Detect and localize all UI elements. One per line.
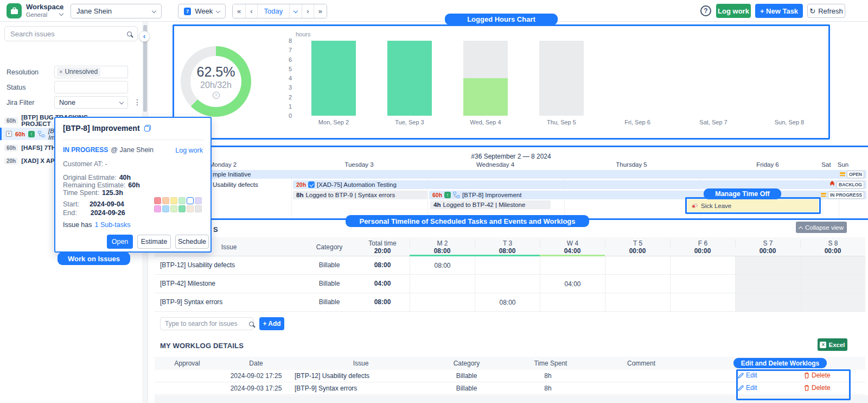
edit-worklog-button[interactable]: Edit <box>738 384 757 392</box>
summary-day-cell[interactable] <box>475 256 540 275</box>
row-date: 2024-09-02 17:25 <box>218 372 294 380</box>
timeline-bar-btp8[interactable]: 60h ↑ [BTP-8] Improvement IN PROGRESS <box>429 191 866 199</box>
summary-day-cell[interactable] <box>735 275 800 293</box>
nav-prev-button[interactable]: ‹ <box>245 4 257 18</box>
timeline-bar-xad75[interactable]: 20h [XAD-75] Automation Testing BACKLOG <box>293 180 866 189</box>
color-swatch[interactable] <box>162 197 169 204</box>
summary-day-cell[interactable]: 04:00 <box>540 275 605 293</box>
sick-leave-bar[interactable]: Sick Leave <box>687 199 819 212</box>
summary-day-cell[interactable] <box>540 256 605 275</box>
summary-day-cell[interactable] <box>410 275 475 293</box>
workspace-title: Workspace <box>26 3 63 11</box>
donut-percent: 62.5% <box>197 64 235 80</box>
summary-day-cell[interactable]: 08:00 <box>410 256 475 275</box>
summary-day-cell[interactable] <box>410 293 475 312</box>
nav-last-button[interactable]: » <box>314 4 327 18</box>
summary-day-cell[interactable] <box>800 256 865 275</box>
field-value: 40h <box>119 174 131 181</box>
summary-day-cell[interactable] <box>605 275 670 293</box>
summary-day-cell[interactable] <box>540 293 605 312</box>
summary-day-cell[interactable] <box>670 293 735 312</box>
edit-label: Edit <box>746 384 757 392</box>
collapse-view-button[interactable]: Collapse view <box>796 222 847 233</box>
day-header-sunday: Sun <box>834 161 852 168</box>
logged-underline-teal <box>410 255 540 256</box>
refresh-icon: ↻ <box>809 7 815 15</box>
summary-day-cell[interactable] <box>800 275 865 293</box>
summary-day-cell[interactable] <box>735 256 800 275</box>
color-swatch[interactable] <box>187 197 194 204</box>
summary-day-cell[interactable] <box>605 256 670 275</box>
summary-day-cell[interactable] <box>475 275 540 293</box>
jira-filter-select[interactable]: None <box>54 96 128 109</box>
timeline-bar-initiative[interactable]: OPEN <box>155 170 866 179</box>
nav-first-button[interactable]: « <box>233 4 245 18</box>
refresh-button[interactable]: ↻ Refresh <box>807 4 845 18</box>
today-dropdown-button[interactable] <box>289 4 302 18</box>
color-swatch[interactable] <box>162 205 169 212</box>
user-select[interactable]: Jane Shein <box>71 4 162 18</box>
status-filter[interactable] <box>54 81 128 93</box>
open-button[interactable]: Open <box>107 235 133 249</box>
summary-day-cell[interactable] <box>605 293 670 312</box>
bar-label: [XAD-75] Automation Testing <box>317 181 397 188</box>
color-swatch[interactable] <box>187 205 194 212</box>
today-button[interactable]: Today <box>257 4 290 18</box>
timeline-worklog-btp9[interactable]: 8h Logged to BTP-9 | Syntax errors <box>293 191 427 199</box>
schedule-button[interactable]: Schedule <box>175 235 209 249</box>
search-issues-input[interactable] <box>10 30 127 38</box>
workspace-icon[interactable] <box>7 3 22 18</box>
expand-icon[interactable]: + <box>6 131 12 137</box>
briefcase-icon <box>10 7 18 15</box>
color-swatch[interactable] <box>195 197 202 204</box>
subtask-link[interactable]: 1 Sub-tasks <box>95 221 131 229</box>
help-icon[interactable]: ? <box>213 92 220 99</box>
summary-day-cell[interactable] <box>670 256 735 275</box>
delete-worklog-button[interactable]: Delete <box>804 384 831 392</box>
issue-search-input[interactable] <box>165 320 249 328</box>
timeline-week-title: #36 September 2 — 8 2024 <box>154 153 868 160</box>
period-select[interactable]: 7 Week <box>178 4 226 18</box>
new-task-button[interactable]: + New Task <box>755 4 803 18</box>
summary-row[interactable]: [BTP-42] Milestone Billable 04:00 04:00 <box>155 275 865 293</box>
collapse-view-label: Collapse view <box>805 224 844 231</box>
remove-tag-icon[interactable]: × <box>59 68 62 75</box>
day-header-wednesday: Wednesday 4 <box>463 161 528 168</box>
color-swatch[interactable] <box>178 197 186 204</box>
subtask-tree-icon <box>38 131 45 137</box>
copy-icon[interactable] <box>144 125 151 131</box>
row-time-spent: 8h <box>510 385 586 392</box>
popup-log-work-link[interactable]: Log work <box>175 147 203 154</box>
pencil-icon <box>738 385 744 391</box>
summary-row[interactable]: [BTP-9] Syntax errors Billable 08:00 08:… <box>155 293 865 312</box>
log-work-button[interactable]: Log work <box>716 4 751 18</box>
nav-next-button[interactable]: › <box>302 4 313 18</box>
kebab-menu-icon[interactable]: ⋮ <box>133 98 141 106</box>
color-swatch[interactable] <box>154 205 161 212</box>
add-issue-button[interactable]: + Add <box>259 317 284 330</box>
excel-export-button[interactable]: X Excel <box>818 338 847 351</box>
help-icon[interactable]: ? <box>700 5 711 16</box>
color-swatch[interactable] <box>170 197 177 204</box>
color-swatch[interactable] <box>195 205 202 212</box>
delete-worklog-button[interactable]: Delete <box>804 371 831 379</box>
workspace-switcher[interactable] <box>60 6 63 15</box>
estimate-button[interactable]: Estimate <box>137 235 171 249</box>
summary-day-cell[interactable] <box>670 275 735 293</box>
color-swatch[interactable] <box>154 197 161 204</box>
resolution-tag[interactable]: ×Unresolved <box>57 67 100 77</box>
row-issue: [BTP-9] Syntax errors <box>160 298 222 306</box>
sidebar-collapse-button[interactable]: ‹ <box>139 31 150 42</box>
edit-worklog-button[interactable]: Edit <box>738 371 757 379</box>
timeline-worklog-btp42[interactable]: 4h Logged to BTP-42 | Milestone <box>430 200 551 209</box>
summary-row[interactable]: [BTP-12] Usability defects Billable 08:0… <box>155 256 865 275</box>
summary-day-cell[interactable]: 08:00 <box>475 293 540 312</box>
personal-timeline-annotation: Personal Timeline of Scheduled Tasks and… <box>346 215 589 227</box>
summary-day-cell[interactable] <box>800 293 865 312</box>
priority-up-icon: ↑ <box>444 192 451 198</box>
color-swatch[interactable] <box>170 205 177 212</box>
popup-status[interactable]: IN PROGRESS <box>63 146 108 154</box>
summary-day-cell[interactable] <box>735 293 800 312</box>
color-swatch[interactable] <box>178 205 186 212</box>
resolution-filter[interactable]: ×Unresolved <box>54 66 128 78</box>
